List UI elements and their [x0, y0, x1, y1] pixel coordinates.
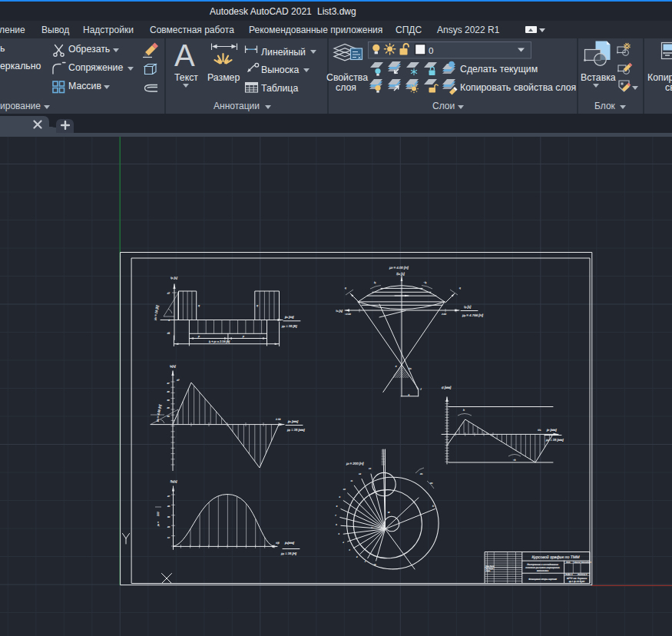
svg-text:ps [кв]: ps [кв] [284, 315, 294, 319]
svg-text:30: 30 [167, 399, 170, 402]
svg-text:0: 0 [429, 46, 433, 55]
svg-text:pr [мм]: pr [мм] [546, 428, 557, 432]
svg-text:μp = 16 [Н]: μp = 16 [Н] [280, 552, 297, 555]
svg-text:47: 47 [167, 382, 170, 385]
svg-text:47: 47 [167, 292, 170, 295]
svg-text:2.00: 2.00 [441, 313, 446, 316]
svg-text:Подп.: Подп. [486, 570, 491, 572]
svg-text:lp + pr = 2.18 [м]: lp + pr = 2.18 [м] [209, 340, 230, 343]
svg-text:механизма: механизма [537, 569, 548, 572]
svg-text:q: q [345, 287, 346, 290]
svg-text:Фланцевая опора-чертеж: Фланцевая опора-чертеж [528, 578, 558, 581]
svg-text:45: 45 [167, 332, 170, 335]
svg-text:Лит.: Лит. [565, 561, 571, 564]
svg-text:47: 47 [177, 379, 180, 382]
svg-text:20: 20 [167, 525, 170, 528]
svg-text:σ [мм]: σ [мм] [442, 386, 452, 389]
svg-text:−lq: −lq [423, 281, 427, 284]
svg-text:μs =: μs = [157, 522, 160, 527]
svg-text:−h: −h [513, 459, 516, 462]
svg-text:Sp[s]: Sp[s] [170, 479, 178, 483]
svg-text:30: 30 [167, 515, 170, 518]
svg-text:0: 0 [168, 319, 170, 322]
svg-text:ps [мм]: ps [мм] [287, 419, 299, 423]
svg-text:Sσ [s]: Sσ [s] [396, 272, 405, 276]
svg-text:гр.1 ф.10 Бу91: гр.1 ф.10 Бу91 [569, 580, 585, 583]
svg-text:τs [s]: τs [s] [336, 309, 343, 313]
svg-text:μp = 16 [Б]: μp = 16 [Б] [281, 324, 297, 328]
svg-text:μt = 200 [Н]: μt = 200 [Н] [346, 462, 364, 465]
svg-text:h: h [463, 409, 465, 412]
svg-text:−2.00: −2.00 [345, 313, 351, 316]
svg-text:40: 40 [167, 505, 170, 508]
svg-text:ps[мм]: ps[мм] [284, 541, 295, 545]
svg-text:Масштаб: Масштаб [581, 561, 591, 564]
svg-text:τp [s]: τp [s] [170, 276, 178, 280]
svg-text:47: 47 [167, 495, 170, 498]
svg-text:20: 20 [166, 406, 170, 409]
svg-text:μp = 16 [мм]: μp = 16 [мм] [286, 428, 305, 432]
svg-text:Курсовой график по ТММ: Курсовой график по ТММ [531, 555, 580, 560]
svg-text:Листов 1: Листов 1 [577, 573, 588, 576]
svg-text:10: 10 [167, 415, 170, 418]
svg-text:τp[s]: τp[s] [170, 364, 177, 368]
svg-text:q: q [198, 304, 200, 307]
svg-text:1/β: 1/β [276, 542, 280, 545]
svg-text:μΣ = 4.00 [Н]: μΣ = 4.00 [Н] [389, 266, 409, 270]
svg-text:h: h [432, 505, 434, 508]
svg-text:200: 200 [157, 512, 160, 517]
svg-text:q: q [257, 304, 258, 307]
svg-text:q: q [459, 287, 461, 290]
svg-text:τp [s]: τp [s] [464, 305, 472, 309]
svg-text:Масса: Масса [574, 561, 581, 564]
svg-text:40: 40 [167, 390, 170, 393]
svg-text:e: e [409, 393, 410, 396]
svg-text:p: p [197, 335, 200, 338]
svg-text:№ докум.: № докум. [486, 568, 494, 570]
svg-text:Лист 1: Лист 1 [564, 573, 573, 576]
svg-text:17: 17 [167, 536, 170, 539]
svg-text:1/s: 1/s [538, 429, 541, 432]
svg-text:μp = 4.766 [Н]: μp = 4.766 [Н] [462, 313, 484, 317]
svg-text:p: p [242, 335, 244, 338]
svg-text:2.18: 2.18 [275, 418, 280, 421]
svg-text:μp = 16 [мм]: μp = 16 [мм] [545, 438, 564, 442]
svg-text:Изм Лист: Изм Лист [486, 565, 495, 568]
